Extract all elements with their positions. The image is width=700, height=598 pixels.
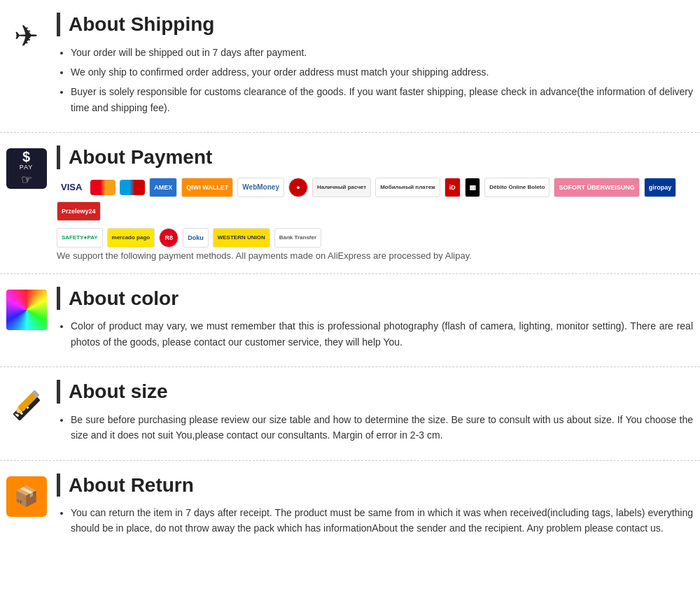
size-bullet-1: Be sure before purchasing please review … (71, 412, 693, 443)
mobile-logo: Мобильный платеж (375, 178, 440, 197)
r8-logo: R8 (159, 228, 178, 248)
qiwi-logo: QIWI WALLET (181, 178, 233, 197)
giropay-logo: giropay (644, 178, 677, 197)
color-bullet-1: Color of product may vary, we must remem… (71, 318, 693, 350)
color-icon-col (0, 287, 52, 330)
przelewy-logo: Przelewy24 (57, 201, 101, 221)
return-title: About Return (57, 474, 693, 497)
color-content: About color Color of product may vary, w… (52, 287, 693, 354)
doku-logo: Doku (183, 228, 209, 248)
return-content: About Return You can return the item in … (52, 474, 693, 541)
color-title: About color (57, 287, 693, 311)
id-logo: iD (444, 178, 461, 197)
cash-logo: Наличный расчет (312, 178, 371, 197)
size-title: About size (57, 380, 693, 404)
barcode-logo: ||||||||| (465, 178, 481, 197)
bank-transfer-logo: Bank Transfer (274, 228, 321, 248)
payment-icon-box: $ PAY ☞ (6, 148, 47, 189)
payment-logos-row2: SAFETY●PAY mercado pago R8 Doku WESTERN … (57, 228, 693, 248)
shipping-bullet-1: Your order will be shipped out in 7 days… (71, 45, 693, 60)
return-icon-col: 📦 (0, 474, 52, 517)
return-icon: 📦 (14, 485, 38, 508)
shipping-bullet-3: Buyer is solely responsible for customs … (71, 84, 693, 115)
size-section: About size Be sure before purchasing ple… (0, 367, 700, 460)
tools-svg (6, 383, 47, 423)
shipping-content: About Shipping Your order will be shippe… (52, 13, 693, 120)
safetypay-logo: SAFETY●PAY (57, 228, 103, 248)
shipping-bullet-2: We only ship to confirmed order address,… (71, 64, 693, 80)
shipping-bullet-list: Your order will be shipped out in 7 days… (57, 45, 693, 116)
amex-logo: AMEX (149, 178, 177, 197)
hand-icon: ☞ (21, 172, 32, 187)
shipping-icon-col: ✈ (0, 13, 52, 56)
airplane-icon-box: ✈ (6, 15, 47, 56)
size-icon-col (0, 380, 52, 423)
payment-icon-col: $ PAY ☞ (0, 145, 52, 189)
pay-label: PAY (20, 164, 34, 171)
return-bullet-list: You can return the item in 7 days after … (57, 505, 693, 536)
visa-logo: VISA (57, 178, 86, 197)
payment-title: About Payment (57, 145, 693, 169)
color-icon (6, 290, 47, 330)
western-union-logo: WESTERN UNION (213, 228, 270, 248)
size-bullet-list: Be sure before purchasing please review … (57, 412, 693, 443)
shipping-title: About Shipping (57, 13, 693, 36)
shipping-section: ✈ About Shipping Your order will be ship… (0, 0, 700, 133)
webmoney-logo: WebMoney (237, 178, 284, 197)
return-bullet-1: You can return the item in 7 days after … (71, 505, 693, 536)
sofort-logo: SOFORT ÜBERWEISUNG (554, 178, 639, 197)
payment-section: $ PAY ☞ About Payment VISA AMEX QIWI WAL… (0, 133, 700, 274)
return-icon-box: 📦 (6, 476, 47, 517)
size-icon-box (6, 383, 47, 423)
color-bullet-list: Color of product may vary, we must remem… (57, 318, 693, 350)
payment-content: About Payment VISA AMEX QIWI WALLET WebM… (52, 145, 693, 261)
return-section: 📦 About Return You can return the item i… (0, 461, 700, 553)
payment-note: We support the following payment methods… (57, 250, 693, 261)
size-content: About size Be sure before purchasing ple… (52, 380, 693, 447)
airplane-icon: ✈ (14, 19, 38, 53)
mastercard-logo (90, 180, 115, 195)
dollar-sign: $ (22, 150, 30, 164)
color-section: About color Color of product may vary, w… (0, 274, 700, 367)
payment-logos-row1: VISA AMEX QIWI WALLET WebMoney ● Наличны… (57, 178, 693, 221)
mercadopago-logo: mercado pago (107, 228, 155, 248)
globe-logo: ● (288, 178, 308, 197)
boleto-logo: Débito Online Boleto (484, 178, 550, 197)
maestro-logo (120, 180, 145, 195)
